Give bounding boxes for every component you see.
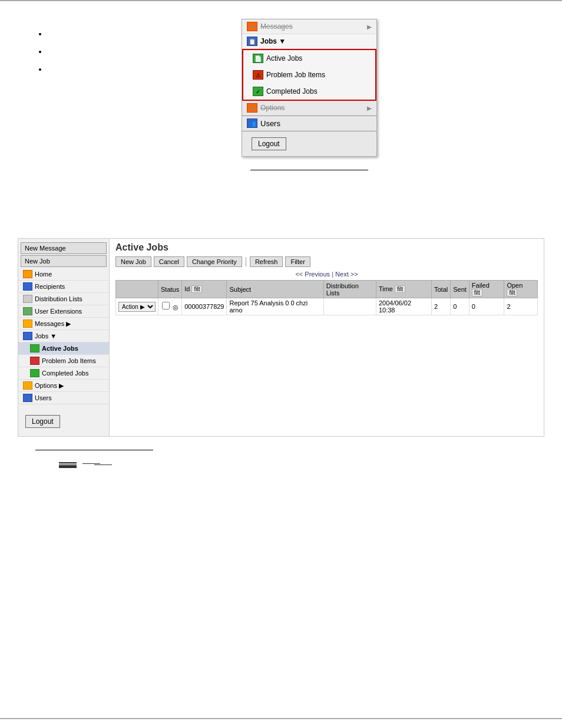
action-select[interactable]: Action ▶ [118, 302, 156, 312]
toolbar-separator [246, 257, 246, 266]
refresh-button[interactable]: Refresh [250, 256, 283, 267]
new-job-toolbar-button[interactable]: New Job [115, 256, 151, 267]
menu-messages[interactable]: ✉ Messages [242, 19, 376, 34]
row-checkbox[interactable] [162, 302, 170, 309]
bottom-spacer [0, 474, 562, 521]
menu-users[interactable]: 👥 Users [242, 116, 376, 131]
sidebar-item-user-extensions[interactable]: User Extensions [18, 305, 109, 318]
failed-filter-badge[interactable]: filt [472, 289, 482, 297]
menu-options-label: Options [260, 104, 285, 112]
cell-time: 2004/06/02 10:38 [376, 298, 431, 315]
underline-link-top [250, 163, 368, 170]
sidebar-item-options[interactable]: Options ▶ [18, 380, 109, 392]
new-message-button[interactable]: New Message [21, 242, 107, 254]
cell-id: 00000377829 [182, 298, 227, 315]
sidebar-item-messages[interactable]: Messages ▶ [18, 318, 109, 330]
bottom-bullet-10 [47, 467, 527, 468]
sidebar-item-active-jobs[interactable]: Active Jobs [18, 342, 109, 355]
messages-nav-icon [23, 319, 32, 328]
top-bullet-list [35, 25, 236, 78]
sidebar-item-problem-jobs[interactable]: Problem Job Items [18, 355, 109, 367]
menu-logout-container: Logout [242, 131, 376, 156]
cell-action[interactable]: Action ▶ [116, 298, 158, 315]
table-row: Action ▶ ◎ 00000377829 Report 75 Analysi… [116, 298, 538, 315]
col-header-subject: Subject [227, 281, 323, 298]
top-section: ✉ Messages 📋 Jobs ▼ 📄 Active Jobs ⚠ [0, 1, 562, 176]
sidebar-label-completed-jobs: Completed Jobs [42, 370, 89, 377]
col-header-total: Total [431, 281, 450, 298]
user-extensions-icon [23, 307, 32, 315]
sidebar-item-users[interactable]: Users [18, 392, 109, 404]
bottom-bullet-list [35, 462, 527, 468]
sidebar-label-distribution-lists: Distribution Lists [35, 295, 82, 302]
open-filter-badge[interactable]: filt [507, 289, 517, 297]
table-header: Status Id filt Subject Distribution List… [116, 281, 538, 298]
menu-active-jobs[interactable]: 📄 Active Jobs [243, 50, 375, 67]
menu-active-jobs-label: Active Jobs [266, 54, 302, 62]
sidebar-item-recipients[interactable]: Recipients [18, 281, 109, 293]
bottom-bullets [0, 456, 562, 474]
completed-jobs-nav-icon [30, 369, 39, 377]
col-header-open[interactable]: Open filt [504, 281, 538, 298]
menu-problem-jobs[interactable]: ⚠ Problem Job Items [243, 67, 375, 83]
menu-completed-jobs[interactable]: ✓ Completed Jobs [243, 83, 375, 100]
sidebar-label-recipients: Recipients [35, 283, 65, 290]
sidebar-label-jobs: Jobs ▼ [35, 332, 57, 340]
active-jobs-nav-icon [30, 344, 39, 353]
menu-options[interactable]: ⚙ Options [242, 101, 376, 116]
jobs-table: Status Id filt Subject Distribution List… [115, 280, 538, 315]
menu-jobs[interactable]: 📋 Jobs ▼ [242, 34, 376, 49]
col-header-distribution-lists: Distribution Lists [323, 281, 376, 298]
spacer-4 [0, 215, 562, 223]
col-header-id[interactable]: Id filt [182, 281, 227, 298]
cancel-toolbar-button[interactable]: Cancel [154, 256, 184, 267]
cell-status: ◎ [158, 298, 182, 315]
sidebar-label-user-extensions: User Extensions [35, 308, 82, 315]
col-header-time[interactable]: Time filt [376, 281, 431, 298]
table-header-row: Status Id filt Subject Distribution List… [116, 281, 538, 298]
cell-total: 2 [431, 298, 450, 315]
sidebar-logout-button[interactable]: Logout [25, 415, 60, 428]
completed-jobs-icon: ✓ [253, 87, 263, 96]
sidebar-label-problem-jobs: Problem Job Items [42, 357, 96, 364]
dropdown-screenshot: ✉ Messages 📋 Jobs ▼ 📄 Active Jobs ⚠ [242, 19, 377, 176]
home-icon [23, 270, 32, 278]
distribution-lists-icon [23, 295, 32, 303]
menu-users-label: Users [260, 119, 280, 128]
sidebar-item-home[interactable]: Home [18, 268, 109, 281]
underline-link-mid [35, 443, 153, 450]
cell-open: 2 [504, 298, 538, 315]
cell-subject: Report 75 Analysis 0 0 chzi arno [227, 298, 323, 315]
menu-problem-jobs-label: Problem Job Items [266, 71, 325, 79]
users-nav-icon [23, 394, 32, 402]
dash-2 [59, 463, 77, 463]
cell-failed: 0 [469, 298, 504, 315]
prev-link[interactable]: << Previous [295, 271, 330, 278]
sidebar-label-options: Options ▶ [35, 382, 64, 390]
cell-distribution-lists [323, 298, 376, 315]
status-indicator: ◎ [173, 304, 178, 311]
logout-button[interactable]: Logout [252, 137, 286, 150]
dropdown-menu: ✉ Messages 📋 Jobs ▼ 📄 Active Jobs ⚠ [242, 19, 377, 157]
top-bullet-3 [47, 60, 236, 78]
change-priority-button[interactable]: Change Priority [187, 256, 242, 267]
sidebar-item-completed-jobs[interactable]: Completed Jobs [18, 367, 109, 380]
filter-button[interactable]: Filter [285, 256, 310, 267]
id-filter-badge[interactable]: filt [191, 285, 202, 293]
time-filter-badge[interactable]: filt [395, 285, 405, 293]
jobs-nav-icon [23, 332, 32, 340]
new-job-button[interactable]: New Job [21, 255, 107, 267]
sidebar-item-distribution-lists[interactable]: Distribution Lists [18, 293, 109, 305]
top-bullets-left [0, 13, 236, 170]
menu-messages-label: Messages [260, 22, 293, 31]
spacer-1 [0, 176, 562, 194]
sidebar-logout-container: Logout [18, 409, 109, 434]
jobs-icon: 📋 [247, 37, 257, 46]
col-header-sent: Sent [451, 281, 470, 298]
problem-jobs-nav-icon [30, 357, 39, 365]
sidebar-item-jobs[interactable]: Jobs ▼ [18, 330, 109, 342]
next-link[interactable]: Next >> [335, 271, 358, 278]
dash-10 [59, 467, 77, 468]
col-header-failed[interactable]: Failed filt [469, 281, 504, 298]
dash-5 [94, 465, 112, 465]
